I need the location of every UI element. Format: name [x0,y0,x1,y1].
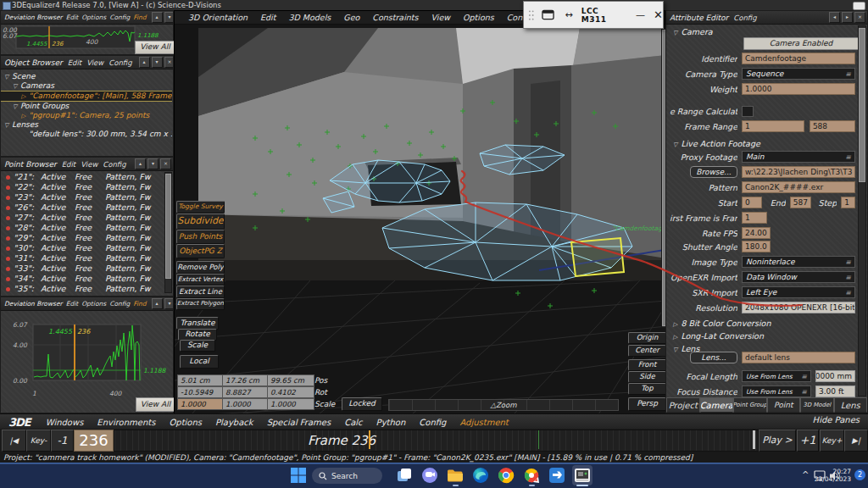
menu-config[interactable]: Config [109,14,130,21]
scale-x-field[interactable]: 1.0000 [177,398,225,410]
scrollbar-thumb[interactable] [859,28,865,182]
panel-close-icon[interactable]: × [160,158,171,169]
attribute-tab[interactable]: Point [767,397,801,413]
key-minus-button[interactable]: Key- [26,430,51,452]
section-8bit[interactable]: ▷8 Bit Color Conversion [673,319,771,328]
shutter-angle-field[interactable]: 180.0 [742,241,771,252]
chrome-canary-icon[interactable] [523,467,540,484]
point-row[interactable]: "27": Active Free Pattern, Fw [1,213,165,223]
subdivide-button[interactable]: Subdivide [176,214,225,230]
panel-close-icon[interactable]: × [854,12,865,23]
attribute-tab[interactable]: 3D Model [800,397,834,413]
panel-down-icon[interactable]: ▾ [152,57,163,68]
lcc-floating-window[interactable]: ↔ LCC M311 — ✕ [523,1,664,29]
minus-one-button[interactable]: -1 [51,430,74,452]
panel-left-icon[interactable]: ◂ [829,12,840,23]
tree-item[interactable]: ▷"pgroup#1": Camera, 25 points [1,111,172,120]
panel-up-icon[interactable]: ▴ [139,57,150,68]
point-row[interactable]: "21": Active Free Pattern, Fw [1,172,165,182]
attribute-tab[interactable]: Project [666,397,700,413]
menu-options[interactable]: Options [81,14,106,21]
point-row[interactable]: "34": Active Free Pattern, Fw [1,274,165,284]
rot-y-field[interactable]: 8.8827 [222,386,270,398]
center-button[interactable]: Center [628,345,666,357]
range-calc-checkbox[interactable] [742,106,754,117]
extract-vertex-button[interactable]: Extract Vertex [176,274,225,286]
point-row[interactable]: "31": Active Free Pattern, Fw [1,253,165,263]
windows-start-icon[interactable] [290,467,307,484]
attribute-scrollbar[interactable] [858,25,866,396]
resolution-field[interactable]: 2048x1080 OPENEXR [16-bit f [742,302,855,313]
pos-x-field[interactable]: 5.01 cm [177,374,225,386]
tree-item[interactable]: ▽Lenses [1,120,172,130]
scrollbar-thumb[interactable] [165,174,171,279]
point-row[interactable]: "30": Active Free Pattern, Fw [1,243,165,253]
point-row[interactable]: "22": Active Free Pattern, Fw [1,182,165,192]
tree-item[interactable]: ▽Scene [1,72,172,81]
plus-one-button[interactable]: +1 [797,430,819,452]
zoom-slider[interactable]: △Zoom [388,399,619,411]
focus-distance-field[interactable]: 3.00 ft [815,385,855,397]
scale-button[interactable]: Scale [180,340,215,352]
menu-edit[interactable]: Edit [66,14,79,21]
section-camera[interactable]: ▽Camera [673,27,713,36]
pattern-field[interactable]: Canon2K_####.exr [742,181,855,193]
proxy-footage-dropdown[interactable]: Main≡ [742,151,855,163]
minimize-icon[interactable]: — [636,9,645,20]
rot-z-field[interactable]: 0.4102 [267,386,314,398]
edge-icon[interactable] [472,467,489,484]
extract-polygon-button[interactable]: Extract Polygon [176,298,225,310]
view-all-button[interactable]: View All [136,397,175,412]
point-row[interactable]: "35": Active Free Pattern, Fw [1,284,165,294]
focal-mode-dropdown[interactable]: Use From Lens≡ [742,370,811,382]
footage-path-field[interactable]: w:\22.23\Jlachen Ding\T3\T3 [742,166,855,178]
main-menu-item[interactable]: Adjustment [459,418,508,427]
viewport-menu-item[interactable]: Geo [343,13,359,22]
menu-edit[interactable]: Edit [62,160,75,169]
main-menu-item[interactable]: Config [419,418,446,427]
lens-name-field[interactable]: default lens [742,352,855,363]
point-row[interactable]: "28": Active Free Pattern, Fw [1,223,165,233]
main-menu-item[interactable]: Calc [344,418,362,427]
viewport-menu-item[interactable]: 3D Models [288,13,331,22]
rate-fps-field[interactable]: 24.00 [742,227,771,239]
focus-mode-dropdown[interactable]: Use From Lens≡ [742,385,811,397]
close-icon[interactable]: ✕ [654,8,663,21]
menu-config[interactable]: Config [103,160,125,169]
jump-end-button[interactable]: ▶| [844,430,868,452]
timeline-strip[interactable]: Frame 236 [114,430,759,452]
menu-edit[interactable]: Edit [68,58,81,67]
sxr-import-dropdown[interactable]: Left Eye≡ [742,286,855,298]
camera-enabled-button[interactable]: Camera Enabled [743,37,859,50]
frame-range-end-field[interactable]: 588 [810,120,855,132]
panel-down-icon[interactable]: ▾ [164,12,173,23]
3de-logo[interactable]: 3DE [8,416,31,429]
taskbar-search[interactable]: Search [312,468,382,484]
origin-button[interactable]: Origin [628,332,666,344]
tree-item[interactable]: "default lens": 30.00 mm, 3.54 cm x 1.87… [1,130,172,139]
frame-number-field[interactable]: 236 [74,430,114,452]
attribute-tab[interactable]: Camera [700,397,734,413]
remove-poly-button[interactable]: Remove Poly [176,261,225,274]
panel-up-icon[interactable]: ▴ [152,12,163,23]
menu-find[interactable]: Find [133,14,146,21]
main-menu-item[interactable]: Windows [46,418,84,427]
top-button[interactable]: Top [628,383,666,395]
togg le-survey-button[interactable]: Toggle Survey [176,201,225,214]
main-menu-item[interactable]: Playback [215,418,253,427]
window-icon[interactable] [853,2,865,10]
viewport-scene[interactable]: "Camdenfootage" [175,25,666,414]
menu-config[interactable]: Config [733,14,756,22]
remote-app-icon[interactable] [548,467,565,484]
menu-view[interactable]: View [86,58,103,67]
main-menu-item[interactable]: Environments [97,418,155,427]
first-frame-field[interactable]: 1 [742,212,767,224]
browse-button[interactable]: Browse... [690,166,737,178]
start-field[interactable]: 0 [742,197,762,208]
panel-up-icon[interactable]: ▴ [152,298,163,309]
extract-line-button[interactable]: Extract Line [176,286,225,298]
lens-button[interactable]: Lens... [690,352,737,363]
push-points-button[interactable]: Push Points [176,230,225,244]
resize-icon[interactable]: ↔ [565,9,572,20]
menu-view[interactable]: View [81,160,97,169]
